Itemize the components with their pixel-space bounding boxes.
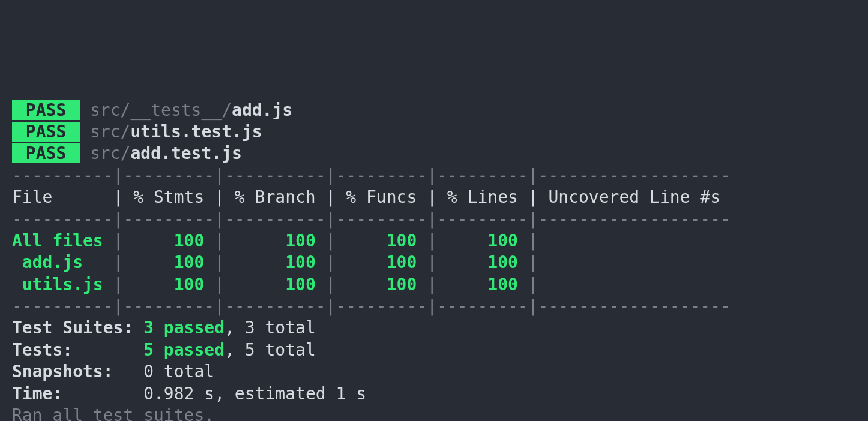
table-row: add.js | 100 | 100 | 100 | 100 | [12, 252, 856, 273]
summary-footer: Ran all test suites. [12, 405, 856, 421]
table-separator: ----------|---------|----------|--------… [12, 165, 856, 187]
test-path-dir: src/ [90, 122, 130, 142]
summary-suites: Test Suites: 3 passed, 3 total [12, 317, 856, 339]
test-path-file: add.test.js [130, 143, 241, 163]
table-row: All files | 100 | 100 | 100 | 100 | [12, 230, 856, 252]
coverage-funcs: 100 [346, 275, 427, 294]
table-separator: ----------|---------|----------|--------… [12, 296, 856, 317]
coverage-lines: 100 [447, 231, 528, 251]
pass-badge: PASS [12, 143, 80, 163]
coverage-branch: 100 [235, 252, 326, 272]
test-run-line: PASS src/__tests__/add.js [12, 100, 856, 121]
coverage-uncovered [548, 275, 730, 294]
coverage-file: add.js [12, 252, 113, 272]
table-header: File | % Stmts | % Branch | % Funcs | % … [12, 187, 856, 208]
summary-tests: Tests: 5 passed, 5 total [12, 339, 856, 361]
coverage-funcs: 100 [346, 231, 427, 251]
coverage-uncovered [548, 252, 730, 272]
test-run-line: PASS src/add.test.js [12, 143, 856, 164]
table-row: utils.js | 100 | 100 | 100 | 100 | [12, 274, 856, 296]
test-path-dir: src/ [90, 143, 130, 163]
coverage-file: All files [12, 231, 113, 251]
test-path-file: add.js [232, 100, 292, 120]
test-path-dir: src/__tests__/ [90, 100, 232, 120]
table-separator: ----------|---------|----------|--------… [12, 209, 856, 230]
coverage-branch: 100 [235, 275, 326, 294]
coverage-uncovered [548, 231, 730, 251]
coverage-file: utils.js [12, 275, 113, 294]
terminal-output: PASS src/__tests__/add.js PASS src/utils… [12, 100, 856, 421]
coverage-branch: 100 [235, 231, 326, 251]
summary-time: Time: 0.982 s, estimated 1 s [12, 383, 856, 405]
suites-passed: 3 passed [143, 318, 225, 338]
coverage-stmts: 100 [133, 275, 214, 294]
coverage-stmts: 100 [133, 252, 214, 272]
pass-badge: PASS [12, 122, 80, 142]
test-path-file: utils.test.js [130, 122, 262, 142]
pass-badge: PASS [12, 100, 80, 120]
summary-snapshots: Snapshots: 0 total [12, 361, 856, 383]
coverage-stmts: 100 [133, 231, 214, 251]
tests-passed: 5 passed [143, 340, 225, 360]
test-run-line: PASS src/utils.test.js [12, 121, 856, 143]
coverage-funcs: 100 [346, 252, 427, 272]
coverage-lines: 100 [447, 252, 528, 272]
coverage-lines: 100 [447, 275, 528, 294]
